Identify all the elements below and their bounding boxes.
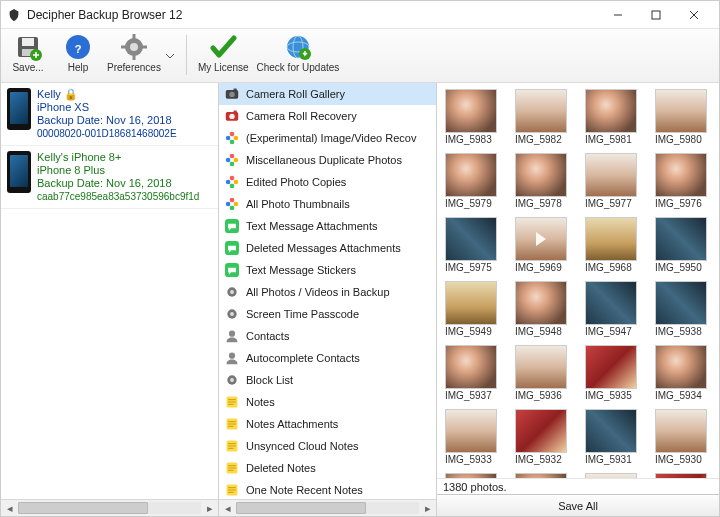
- svg-rect-12: [142, 46, 147, 49]
- thumbnail[interactable]: IMG_5936: [515, 345, 575, 407]
- device-item[interactable]: Kelly 🔒 iPhone XS Backup Date: Nov 16, 2…: [1, 83, 218, 146]
- thumb-image: [515, 89, 567, 133]
- thumb-caption: IMG_5949: [445, 326, 505, 337]
- thumb-image: [445, 409, 497, 453]
- thumbnail[interactable]: IMG_5937: [445, 345, 505, 407]
- category-item[interactable]: Text Message Stickers: [219, 259, 436, 281]
- category-item[interactable]: Miscellaneous Duplicate Photos: [219, 149, 436, 171]
- thumbnail[interactable]: IMG_5982: [515, 89, 575, 151]
- dropdown-icon[interactable]: [165, 51, 175, 63]
- help-icon: ?: [64, 33, 92, 61]
- svg-point-28: [230, 154, 235, 159]
- gear-icon: [223, 283, 241, 301]
- category-label: Block List: [246, 374, 293, 386]
- maximize-button[interactable]: [637, 3, 675, 27]
- preferences-button[interactable]: Preferences: [107, 33, 161, 73]
- thumb-image: [515, 217, 567, 261]
- left-scrollbar[interactable]: ◂▸: [1, 499, 218, 516]
- help-button[interactable]: ? Help: [57, 33, 99, 73]
- minimize-button[interactable]: [599, 3, 637, 27]
- thumbnail[interactable]: IMG_5978: [515, 153, 575, 215]
- thumbnail[interactable]: IMG_5927: [585, 473, 645, 478]
- category-item[interactable]: Notes Attachments: [219, 413, 436, 435]
- camera-icon: [223, 85, 241, 103]
- thumbnail[interactable]: IMG_5948: [515, 281, 575, 343]
- content-pane: IMG_5983IMG_5982IMG_5981IMG_5980IMG_5979…: [437, 83, 719, 516]
- svg-point-47: [230, 290, 234, 294]
- category-item[interactable]: Deleted Notes: [219, 457, 436, 479]
- thumbnail[interactable]: IMG_5928: [515, 473, 575, 478]
- thumb-image: [585, 89, 637, 133]
- thumbnail[interactable]: IMG_5930: [655, 409, 715, 471]
- category-item[interactable]: Edited Photo Copies: [219, 171, 436, 193]
- contact-icon: [223, 327, 241, 345]
- thumbnail[interactable]: IMG_5981: [585, 89, 645, 151]
- device-pane: Kelly 🔒 iPhone XS Backup Date: Nov 16, 2…: [1, 83, 219, 516]
- thumbnail[interactable]: IMG_5980: [655, 89, 715, 151]
- thumb-caption: IMG_5983: [445, 134, 505, 145]
- category-item[interactable]: Camera Roll Recovery: [219, 105, 436, 127]
- svg-point-18: [229, 92, 234, 97]
- phone-icon: [7, 88, 31, 130]
- msg-icon: [223, 261, 241, 279]
- category-label: Text Message Attachments: [246, 220, 377, 232]
- thumbnail[interactable]: IMG_5947: [585, 281, 645, 343]
- save-all-button[interactable]: Save All: [437, 494, 719, 516]
- mid-scrollbar[interactable]: ◂▸: [219, 499, 436, 516]
- thumbnail[interactable]: IMG_5968: [585, 217, 645, 279]
- thumb-image: [585, 473, 637, 478]
- category-label: Miscellaneous Duplicate Photos: [246, 154, 402, 166]
- category-item[interactable]: Screen Time Passcode: [219, 303, 436, 325]
- category-item[interactable]: All Photo Thumbnails: [219, 193, 436, 215]
- thumbnail[interactable]: IMG_5975: [445, 217, 505, 279]
- license-button[interactable]: My License: [198, 33, 249, 73]
- thumbnail[interactable]: IMG_5934: [655, 345, 715, 407]
- category-item[interactable]: Autocomplete Contacts: [219, 347, 436, 369]
- category-label: Deleted Notes: [246, 462, 316, 474]
- category-item[interactable]: (Experimental) Image/Video Recov: [219, 127, 436, 149]
- category-item[interactable]: Notes: [219, 391, 436, 413]
- svg-point-33: [230, 176, 235, 181]
- thumbnail[interactable]: IMG_5983: [445, 89, 505, 151]
- thumbnail[interactable]: IMG_5935: [585, 345, 645, 407]
- thumbnail[interactable]: IMG_5979: [445, 153, 505, 215]
- thumb-image: [655, 473, 707, 478]
- device-list: Kelly 🔒 iPhone XS Backup Date: Nov 16, 2…: [1, 83, 218, 499]
- category-item[interactable]: Contacts: [219, 325, 436, 347]
- window-controls: [599, 3, 713, 27]
- thumbnail[interactable]: IMG_5929: [445, 473, 505, 478]
- thumbnail[interactable]: IMG_5931: [585, 409, 645, 471]
- svg-point-40: [230, 206, 235, 211]
- svg-text:?: ?: [75, 43, 82, 55]
- thumb-image: [585, 217, 637, 261]
- device-name: Kelly's iPhone 8+: [37, 151, 199, 164]
- thumbnail[interactable]: IMG_5977: [585, 153, 645, 215]
- category-item[interactable]: Text Message Attachments: [219, 215, 436, 237]
- device-uid: 00008020-001D18681468002E: [37, 127, 177, 140]
- thumb-caption: IMG_5981: [585, 134, 645, 145]
- thumbnail[interactable]: IMG_5976: [655, 153, 715, 215]
- category-item[interactable]: Unsynced Cloud Notes: [219, 435, 436, 457]
- thumb-caption: IMG_5950: [655, 262, 715, 273]
- thumbnail[interactable]: IMG_5950: [655, 217, 715, 279]
- thumbnail[interactable]: IMG_5933: [445, 409, 505, 471]
- category-item[interactable]: Deleted Messages Attachments: [219, 237, 436, 259]
- close-button[interactable]: [675, 3, 713, 27]
- camera-red-icon: [223, 107, 241, 125]
- device-item[interactable]: Kelly's iPhone 8+ iPhone 8 Plus Backup D…: [1, 146, 218, 209]
- save-button[interactable]: Save...: [7, 33, 49, 73]
- category-item[interactable]: One Note Recent Notes: [219, 479, 436, 499]
- category-item[interactable]: All Photos / Videos in Backup: [219, 281, 436, 303]
- thumb-image: [445, 217, 497, 261]
- thumbnail[interactable]: IMG_5949: [445, 281, 505, 343]
- thumbnail[interactable]: IMG_5932: [515, 409, 575, 471]
- category-item[interactable]: Block List: [219, 369, 436, 391]
- thumb-image: [515, 153, 567, 197]
- thumbnail[interactable]: IMG_5926: [655, 473, 715, 478]
- thumb-caption: IMG_5934: [655, 390, 715, 401]
- updates-button[interactable]: Check for Updates: [257, 33, 340, 73]
- category-item[interactable]: Camera Roll Gallery: [219, 83, 436, 105]
- thumbnail[interactable]: IMG_5969: [515, 217, 575, 279]
- thumb-image: [515, 281, 567, 325]
- thumbnail[interactable]: IMG_5938: [655, 281, 715, 343]
